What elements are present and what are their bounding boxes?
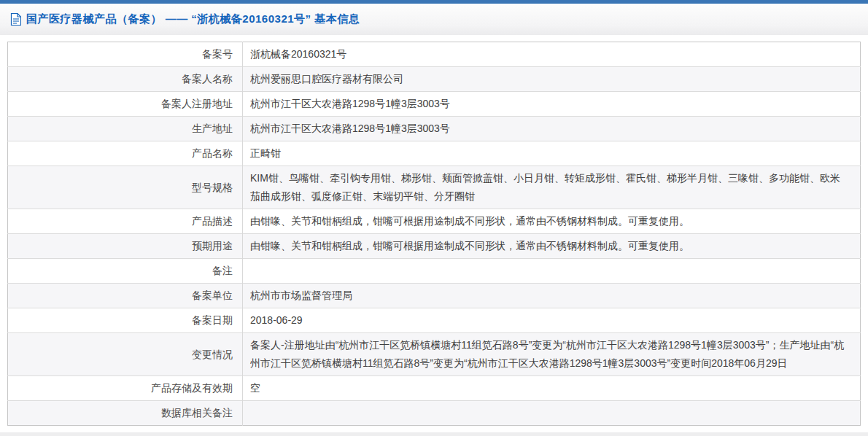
table-row: 备案号浙杭械备20160321号 bbox=[8, 42, 861, 67]
row-label: 变更情况 bbox=[8, 333, 243, 376]
row-value: 2018-06-29 bbox=[243, 308, 861, 333]
table-row: 变更情况备案人-注册地址由“杭州市江干区笕桥镇横塘村11组笕石路8号”变更为“杭… bbox=[8, 333, 861, 376]
row-label: 备案单位 bbox=[8, 284, 243, 308]
info-table-container: 备案号浙杭械备20160321号备案人名称杭州爱丽思口腔医疗器材有限公司备案人注… bbox=[7, 42, 861, 426]
row-label: 生产地址 bbox=[8, 117, 243, 141]
document-icon bbox=[10, 13, 21, 26]
table-row: 备案人注册地址杭州市江干区大农港路1298号1幢3层3003号 bbox=[8, 92, 861, 117]
row-label: 产品描述 bbox=[8, 209, 243, 234]
table-row: 产品存储及有效期空 bbox=[8, 376, 861, 401]
row-value bbox=[243, 259, 861, 284]
row-label: 备案人注册地址 bbox=[8, 92, 243, 117]
row-label: 型号规格 bbox=[8, 166, 243, 209]
row-label: 备案日期 bbox=[8, 308, 243, 333]
table-row: 备案人名称杭州爱丽思口腔医疗器材有限公司 bbox=[8, 67, 861, 92]
row-value: 备案人-注册地址由“杭州市江干区笕桥镇横塘村11组笕石路8号”变更为“杭州市江干… bbox=[243, 333, 861, 376]
row-value: 空 bbox=[243, 376, 861, 401]
row-label: 产品存储及有效期 bbox=[8, 376, 243, 401]
row-value: 杭州市江干区大农港路1298号1幢3层3003号 bbox=[243, 92, 861, 117]
page-title: 国产医疗器械产品（备案） —— “浙杭械备20160321号” 基本信息 bbox=[26, 12, 360, 26]
table-row: 预期用途由钳喙、关节和钳柄组成，钳嘴可根据用途制成不同形状，通常由不锈钢材料制成… bbox=[8, 234, 861, 259]
page-header: 国产医疗器械产品（备案） —— “浙杭械备20160321号” 基本信息 bbox=[0, 4, 868, 35]
table-row: 备注 bbox=[8, 259, 861, 284]
row-label: 备案号 bbox=[8, 42, 243, 67]
row-label: 数据库相关备注 bbox=[8, 401, 243, 426]
table-row: 产品名称正畸钳 bbox=[8, 141, 861, 166]
table-row: 型号规格KIM钳、鸟嘴钳、牵引钩专用钳、梯形钳、颊面管掀盖钳、小日月钳、转矩成形… bbox=[8, 166, 861, 209]
table-row: 备案日期2018-06-29 bbox=[8, 308, 861, 333]
table-row: 数据库相关备注 bbox=[8, 401, 861, 426]
registration-info-table: 备案号浙杭械备20160321号备案人名称杭州爱丽思口腔医疗器材有限公司备案人注… bbox=[7, 42, 861, 426]
footer-bar bbox=[0, 432, 868, 436]
row-label: 备案人名称 bbox=[8, 67, 243, 92]
row-label: 产品名称 bbox=[8, 141, 243, 166]
row-value: 正畸钳 bbox=[243, 141, 861, 166]
row-value bbox=[243, 401, 861, 426]
row-label: 预期用途 bbox=[8, 234, 243, 259]
row-value: 杭州爱丽思口腔医疗器材有限公司 bbox=[243, 67, 861, 92]
row-value: KIM钳、鸟嘴钳、牵引钩专用钳、梯形钳、颊面管掀盖钳、小日月钳、转矩成形钳、霍氏… bbox=[243, 166, 861, 209]
row-value: 杭州市市场监督管理局 bbox=[243, 284, 861, 308]
row-value: 由钳喙、关节和钳柄组成，钳嘴可根据用途制成不同形状，通常由不锈钢材料制成。可重复… bbox=[243, 234, 861, 259]
row-label: 备注 bbox=[8, 259, 243, 284]
row-value: 浙杭械备20160321号 bbox=[243, 42, 861, 67]
table-row: 产品描述由钳喙、关节和钳柄组成，钳嘴可根据用途制成不同形状，通常由不锈钢材料制成… bbox=[8, 209, 861, 234]
table-row: 生产地址杭州市江干区大农港路1298号1幢3层3003号 bbox=[8, 117, 861, 141]
row-value: 杭州市江干区大农港路1298号1幢3层3003号 bbox=[243, 117, 861, 141]
table-row: 备案单位杭州市市场监督管理局 bbox=[8, 284, 861, 308]
row-value: 由钳喙、关节和钳柄组成，钳嘴可根据用途制成不同形状，通常由不锈钢材料制成。可重复… bbox=[243, 209, 861, 234]
